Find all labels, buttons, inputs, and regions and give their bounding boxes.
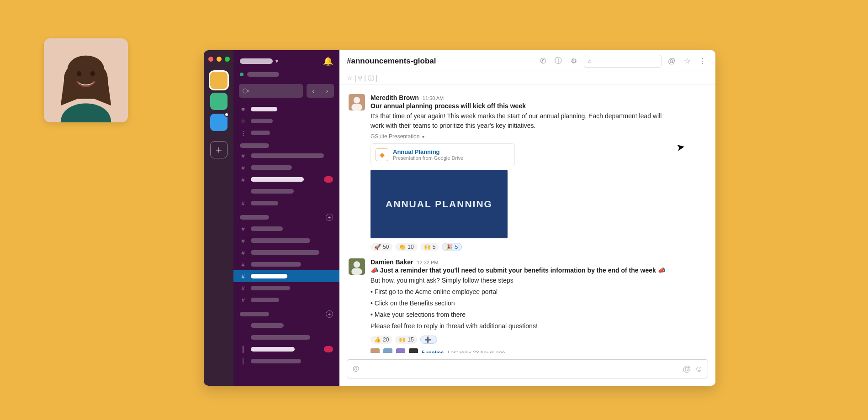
reaction-chip[interactable]: ➕ — [420, 336, 437, 344]
sidebar-item-label — [251, 177, 304, 182]
sidebar-dm[interactable] — [233, 343, 339, 355]
settings-icon[interactable]: ⚙ — [568, 57, 579, 65]
sidebar-channel[interactable]: # — [233, 173, 339, 185]
message-time: 12:32 PM — [417, 260, 438, 265]
window-controls[interactable] — [208, 57, 230, 62]
emoji-icon: 🎉 — [446, 244, 453, 250]
sidebar-channel[interactable]: # — [233, 150, 339, 162]
attachment-source[interactable]: GSuite Presentation▾ — [370, 133, 706, 140]
attachment-title: Annual Planning — [393, 148, 463, 155]
more-icon[interactable]: ⋮ — [697, 57, 708, 65]
sidebar-dm[interactable] — [233, 355, 339, 367]
minimize-icon[interactable] — [217, 57, 222, 62]
message-text: Please feel free to reply in thread with… — [370, 321, 663, 331]
hash-icon: # — [240, 297, 246, 304]
svg-point-2 — [77, 71, 81, 76]
reaction-chip[interactable]: 🎉5 — [442, 243, 462, 251]
avatar[interactable] — [349, 258, 365, 275]
add-workspace-button[interactable]: ＋ — [210, 141, 228, 158]
nav-icon: ≡ — [240, 106, 246, 113]
hash-icon: # — [240, 176, 246, 183]
sidebar-section-header[interactable] — [233, 139, 339, 150]
sidebar-channel[interactable]: # — [233, 235, 339, 247]
history-back-button[interactable]: ‹ — [307, 84, 320, 98]
sidebar-channel[interactable]: # — [233, 162, 339, 173]
message-text: It's that time of year again! This week … — [370, 111, 663, 131]
attach-icon[interactable]: ＠ — [352, 363, 360, 374]
thread-avatar — [409, 348, 418, 353]
thread-avatar — [383, 348, 392, 353]
sidebar-nav-item[interactable]: ⋮ — [233, 127, 339, 139]
message-author[interactable]: Damien Baker — [370, 258, 413, 266]
emoji-icon: 👍 — [374, 336, 381, 343]
sidebar-dm[interactable] — [233, 331, 339, 343]
sidebar-channel[interactable]: # — [233, 258, 339, 270]
hash-icon: # — [240, 249, 246, 256]
reaction-chip[interactable]: 👏10 — [395, 243, 417, 251]
slack-window: ＋ ▾ 🔔 ⧃ ‹ › — [204, 50, 715, 386]
message-bullet: • Make your selections from there — [370, 310, 663, 320]
reaction-chip[interactable]: 👍20 — [370, 336, 392, 344]
emoji-icon: 🙌 — [399, 336, 406, 343]
history-forward-button[interactable]: › — [320, 84, 334, 98]
workspace-tile[interactable] — [210, 93, 228, 110]
sidebar-section-header[interactable]: + — [233, 209, 339, 223]
presence-icon — [240, 346, 246, 353]
mentions-icon[interactable]: @ — [666, 57, 677, 65]
sidebar-channel[interactable]: # — [233, 270, 339, 282]
add-item-icon[interactable]: + — [326, 310, 333, 318]
sidebar-channel[interactable] — [233, 185, 339, 197]
file-attachment[interactable]: ◆ Annual Planning Presentation from Goog… — [370, 143, 515, 166]
thread-avatar — [370, 348, 380, 353]
thread-summary[interactable]: 5 repliesLast reply 23 hours ago — [370, 348, 706, 353]
search-icon: ⌕ — [588, 58, 592, 64]
drive-icon: ◆ — [376, 148, 388, 161]
notifications-icon[interactable]: 🔔 — [323, 56, 333, 66]
sidebar-item-label — [251, 286, 290, 290]
reaction-chip[interactable]: 🙌15 — [395, 336, 417, 344]
emoji-icon: 🚀 — [374, 244, 381, 250]
mention-icon[interactable]: @ — [683, 364, 691, 374]
zoom-icon[interactable] — [225, 57, 230, 62]
sidebar-dm[interactable] — [233, 320, 339, 331]
workspace-tile[interactable] — [210, 114, 228, 131]
sidebar-channel[interactable]: # — [233, 197, 339, 209]
sidebar-section-header[interactable]: + — [233, 306, 339, 320]
emoji-icon[interactable]: ☺ — [695, 364, 703, 374]
sidebar-item-label — [251, 131, 270, 135]
sidebar-channel[interactable]: # — [233, 282, 339, 294]
channel-title[interactable]: #announcements-global — [347, 57, 436, 66]
channel-pane: #announcements-global ✆ ⓘ ⚙ ⌕ @ ☆ ⋮ ☆ | … — [339, 50, 715, 386]
attachment-subtitle: Presentation from Google Drive — [393, 155, 463, 161]
sidebar-nav-item[interactable]: ☆ — [233, 115, 339, 127]
jump-to-input[interactable]: ⧃ — [239, 84, 303, 98]
star-icon[interactable]: ☆ — [682, 57, 693, 65]
thread-replies: 5 replies — [422, 350, 444, 353]
reaction-chip[interactable]: 🙌5 — [420, 243, 439, 251]
call-icon[interactable]: ✆ — [537, 57, 548, 65]
close-icon[interactable] — [208, 57, 213, 62]
sidebar-item-label — [251, 119, 273, 123]
add-item-icon[interactable]: + — [326, 214, 333, 221]
sidebar-channel[interactable]: # — [233, 294, 339, 306]
sidebar-channel[interactable]: # — [233, 223, 339, 235]
workspace-switcher[interactable]: ▾ — [240, 58, 278, 64]
sidebar-item-label — [251, 165, 292, 170]
avatar[interactable] — [349, 94, 365, 110]
nav-icon: ⋮ — [240, 130, 246, 136]
message-bullet: • Click on the Benefits section — [370, 299, 663, 308]
message-bullet: • First go to the Acme online employee p… — [370, 287, 663, 297]
message-composer[interactable]: ＠ @ ☺ — [347, 359, 708, 378]
user-status[interactable] — [233, 72, 339, 80]
unread-dot-icon — [224, 112, 229, 117]
sidebar-nav-item[interactable]: ≡ — [233, 103, 339, 115]
reaction-chip[interactable]: 🚀50 — [370, 243, 392, 251]
workspace-tile[interactable] — [210, 72, 228, 89]
reactions: 👍20🙌15➕ — [370, 336, 706, 344]
info-icon[interactable]: ⓘ — [553, 56, 564, 66]
channel-subheader: ☆ | ⚲ | ⓘ | — [339, 72, 715, 85]
attachment-preview[interactable]: ANNUAL PLANNING — [370, 170, 508, 238]
search-input[interactable]: ⌕ — [584, 55, 662, 68]
message-author[interactable]: Meredith Brown — [370, 94, 419, 101]
sidebar-channel[interactable]: # — [233, 247, 339, 258]
